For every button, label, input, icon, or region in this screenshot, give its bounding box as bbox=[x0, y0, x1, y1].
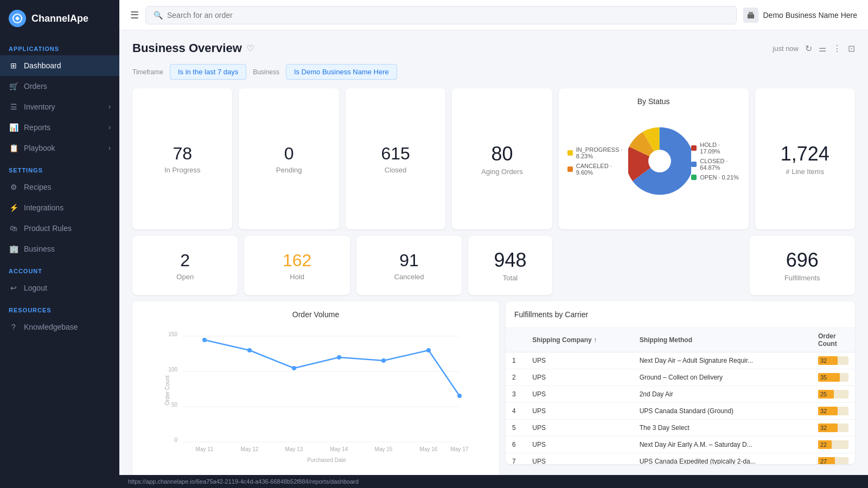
table-row: 2 UPS Ground – Collect on Delivery 35 bbox=[506, 369, 855, 386]
fulfillments-table-title: Fulfillments by Carrier bbox=[506, 301, 855, 328]
method-cell: The 3 Day Select bbox=[633, 420, 812, 436]
table-row: 1 UPS Next Day Air – Adult Signature Req… bbox=[506, 352, 855, 369]
svg-point-8 bbox=[649, 150, 671, 172]
sidebar-item-business[interactable]: 🏢 Business bbox=[0, 239, 119, 259]
row-num: 1 bbox=[506, 352, 526, 369]
hamburger-button[interactable]: ☰ bbox=[130, 9, 139, 21]
search-icon: 🔍 bbox=[154, 11, 163, 20]
sidebar-item-label: Business bbox=[24, 245, 55, 253]
company-cell: UPS bbox=[526, 403, 633, 420]
fulfillments-value: 696 bbox=[786, 249, 819, 272]
row-num: 6 bbox=[506, 436, 526, 453]
aging-value: 80 bbox=[492, 143, 513, 165]
svg-point-19 bbox=[247, 348, 252, 352]
stat-label-in-progress: In Progress bbox=[164, 166, 200, 174]
svg-text:0: 0 bbox=[174, 437, 177, 443]
section-label-resources: RESOURCES bbox=[0, 298, 119, 317]
sidebar-item-label: Reports bbox=[24, 123, 50, 132]
search-input[interactable] bbox=[167, 11, 729, 20]
pie-legend-right: HOLD · 17.09% CLOSED · 64.87% OPEN · 0.2… bbox=[691, 142, 739, 181]
company-cell: UPS bbox=[526, 436, 633, 453]
count-cell: 32 bbox=[812, 352, 855, 369]
status-bar: https://app.channelape.io/6ea75a42-2119-… bbox=[119, 475, 868, 488]
business-chip[interactable]: Is Demo Business Name Here bbox=[286, 64, 397, 80]
method-cell: Next Day Air – Adult Signature Requir... bbox=[633, 352, 812, 369]
col-order-count[interactable]: Order Count bbox=[812, 328, 855, 352]
table-row: 3 UPS 2nd Day Air 25 bbox=[506, 386, 855, 403]
col-shipping-method[interactable]: Shipping Method bbox=[633, 328, 812, 352]
col-shipping-company[interactable]: Shipping Company ↑ bbox=[526, 328, 633, 352]
total-value: 948 bbox=[494, 249, 526, 272]
refresh-button[interactable]: ↻ bbox=[805, 43, 812, 54]
business-name: Demo Business Name Here bbox=[763, 11, 857, 20]
svg-text:May 13: May 13 bbox=[285, 446, 303, 452]
logo-area: ChannelApe bbox=[0, 0, 119, 37]
method-cell: Ground – Collect on Delivery bbox=[633, 369, 812, 386]
section-label-applications: APPLICATIONS bbox=[0, 37, 119, 55]
stat-value-closed: 615 bbox=[381, 144, 410, 164]
bar-text: 32 bbox=[820, 425, 827, 431]
line-items-card: 1,724 # Line Items bbox=[755, 88, 855, 229]
timeframe-chip[interactable]: Is in the last 7 days bbox=[170, 64, 246, 80]
svg-rect-2 bbox=[749, 12, 753, 15]
sidebar-item-reports[interactable]: 📊 Reports › bbox=[0, 117, 119, 138]
legend-item-in-progress: IN_PROGRESS · 8.23% bbox=[567, 146, 629, 159]
filters-bar: Timeframe Is in the last 7 days Business… bbox=[132, 64, 855, 80]
recipe-icon: ⚙ bbox=[9, 182, 18, 192]
sidebar-item-knowledgebase[interactable]: ? Knowledgebase bbox=[0, 317, 119, 337]
sidebar-item-inventory[interactable]: ☰ Inventory › bbox=[0, 97, 119, 117]
sidebar-item-integrations[interactable]: ⚡ Integrations bbox=[0, 197, 119, 218]
refresh-timestamp: just now bbox=[773, 44, 799, 53]
chevron-right-icon: › bbox=[108, 103, 111, 111]
stat-card-open: 2 Open bbox=[132, 236, 238, 295]
section-label-settings: SETTINGS bbox=[0, 158, 119, 177]
search-box[interactable]: 🔍 bbox=[145, 6, 737, 24]
fulfillments-card: 696 Fulfillments bbox=[750, 236, 855, 295]
stat-label-open: Open bbox=[176, 273, 194, 281]
count-cell: 27 bbox=[812, 453, 855, 465]
svg-point-23 bbox=[426, 348, 431, 352]
logo-icon bbox=[9, 10, 26, 27]
svg-point-24 bbox=[457, 394, 462, 398]
cart-icon: 🛒 bbox=[9, 81, 18, 91]
total-card: 948 Total bbox=[468, 236, 552, 295]
stat-card-in-progress: 78 In Progress bbox=[132, 88, 232, 229]
grid-icon: ⊞ bbox=[9, 61, 18, 70]
row-num: 7 bbox=[506, 453, 526, 465]
legend-item-canceled: CANCELED · 9.60% bbox=[567, 163, 629, 176]
company-cell: UPS bbox=[526, 352, 633, 369]
sidebar-item-product-rules[interactable]: 🛍 Product Rules bbox=[0, 218, 119, 239]
sidebar-item-label: Knowledgebase bbox=[24, 323, 78, 331]
stat-card-canceled: 91 Canceled bbox=[356, 236, 462, 295]
sidebar-item-logout[interactable]: ↩ Logout bbox=[0, 278, 119, 298]
timeframe-label: Timeframe bbox=[132, 68, 163, 76]
filter-button[interactable]: ⚌ bbox=[819, 43, 826, 54]
count-cell: 35 bbox=[812, 369, 855, 386]
bar-container: 32 bbox=[818, 407, 848, 415]
bar-chart-icon: 📊 bbox=[9, 123, 18, 132]
bar-container: 27 bbox=[818, 457, 848, 464]
sidebar-item-playbook[interactable]: 📋 Playbook › bbox=[0, 138, 119, 158]
chevron-right-icon: › bbox=[108, 124, 111, 131]
favorite-icon[interactable]: ♡ bbox=[246, 43, 254, 54]
bar-container: 32 bbox=[818, 423, 848, 432]
more-options-button[interactable]: ⋮ bbox=[833, 43, 841, 54]
save-button[interactable]: ⊡ bbox=[848, 43, 855, 54]
aging-label: Aging Orders bbox=[481, 168, 523, 176]
svg-point-18 bbox=[202, 338, 207, 342]
count-cell: 32 bbox=[812, 403, 855, 420]
stat-card-hold: 162 Hold bbox=[244, 236, 349, 295]
row-num: 2 bbox=[506, 369, 526, 386]
row-num: 5 bbox=[506, 420, 526, 436]
pie-chart-title: By Status bbox=[567, 97, 740, 106]
order-volume-title: Order Volume bbox=[141, 310, 490, 319]
svg-text:May 12: May 12 bbox=[241, 446, 259, 452]
company-cell: UPS bbox=[526, 386, 633, 403]
sidebar-item-dashboard[interactable]: ⊞ Dashboard bbox=[0, 55, 119, 76]
col-num bbox=[506, 328, 526, 352]
bottom-row: Order Volume 150 100 50 0 Order Count bbox=[132, 301, 855, 475]
topbar: ☰ 🔍 Demo Business Name Here bbox=[119, 0, 868, 30]
sidebar-item-orders[interactable]: 🛒 Orders bbox=[0, 76, 119, 97]
sidebar-item-label: Playbook bbox=[24, 144, 55, 152]
sidebar-item-recipes[interactable]: ⚙ Recipes bbox=[0, 177, 119, 197]
